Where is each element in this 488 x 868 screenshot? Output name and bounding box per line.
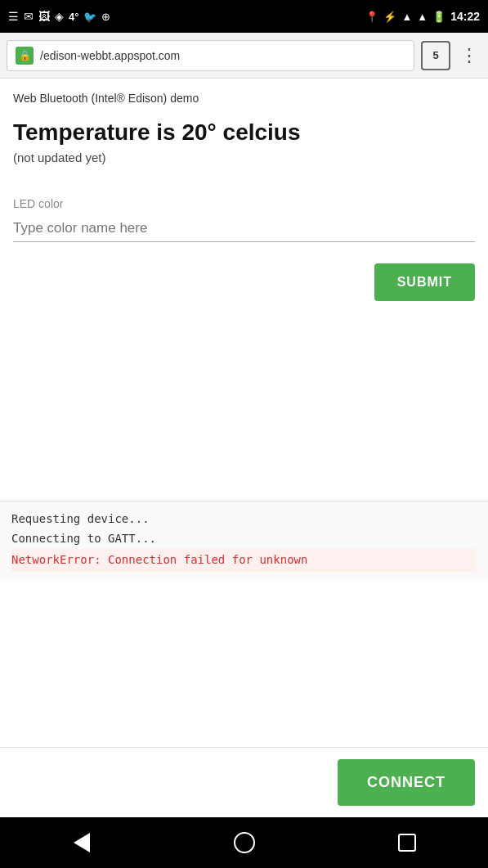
temperature-status: 4° <box>69 11 78 23</box>
signal-icon: ▲ <box>417 11 428 23</box>
back-button[interactable] <box>64 825 100 861</box>
location-icon: 📍 <box>365 11 378 23</box>
status-bar-right: 📍 ⚡ ▲ ▲ 🔋 14:22 <box>365 10 480 23</box>
temperature-subtext: (not updated yet) <box>13 151 475 164</box>
twitter-icon: 🐦 <box>83 11 96 23</box>
url-bar[interactable]: 🔒 /edison-webbt.appspot.com <box>7 40 414 71</box>
notification-icon: ☰ <box>8 10 19 23</box>
led-section: LED color <box>13 197 475 242</box>
tab-count[interactable]: 5 <box>421 41 450 70</box>
led-label: LED color <box>13 197 475 210</box>
menu-dots[interactable]: ⋮ <box>457 42 481 70</box>
log-section: Requesting device... Connecting to GATT.… <box>0 501 488 579</box>
email-icon: ✉ <box>24 10 34 23</box>
image-icon: 🖼 <box>38 10 50 23</box>
log-line-1: Requesting device... <box>11 512 150 525</box>
recents-icon <box>398 834 416 852</box>
log-line-2: Connecting to GATT... <box>11 532 156 545</box>
home-button[interactable] <box>226 825 262 861</box>
connect-button[interactable]: CONNECT <box>338 759 475 806</box>
bluetooth-icon: ⚡ <box>383 11 396 23</box>
clock: 14:22 <box>450 10 480 23</box>
bottom-nav <box>0 817 488 868</box>
led-color-input[interactable] <box>13 215 475 242</box>
status-bar: ☰ ✉ 🖼 ◈ 4° 🐦 ⊕ 📍 ⚡ ▲ ▲ 🔋 14:22 <box>0 0 488 33</box>
recents-button[interactable] <box>389 825 425 861</box>
page-content: Web Bluetooth (Intel® Edison) demo Tempe… <box>0 79 488 501</box>
page-subtitle: Web Bluetooth (Intel® Edison) demo <box>13 92 475 105</box>
lock-icon: 🔒 <box>16 47 34 65</box>
wifi-icon: ▲ <box>401 11 412 23</box>
battery-icon: 🔋 <box>432 11 445 23</box>
submit-button[interactable]: SUBMIT <box>374 263 475 301</box>
submit-row: SUBMIT <box>13 263 475 301</box>
home-icon <box>234 832 255 853</box>
log-line-3-error: NetworkError: Connection failed for unkn… <box>11 549 477 572</box>
temperature-heading: Temperature is 20° celcius <box>13 119 475 146</box>
connect-row: CONNECT <box>0 747 488 817</box>
url-text: /edison-webbt.appspot.com <box>40 49 180 62</box>
layers-icon: ◈ <box>55 10 64 23</box>
chrome-icon: ⊕ <box>101 11 110 23</box>
status-bar-left: ☰ ✉ 🖼 ◈ 4° 🐦 ⊕ <box>8 10 110 23</box>
spacer <box>0 580 488 747</box>
browser-bar: 🔒 /edison-webbt.appspot.com 5 ⋮ <box>0 33 488 79</box>
back-icon <box>74 833 90 852</box>
